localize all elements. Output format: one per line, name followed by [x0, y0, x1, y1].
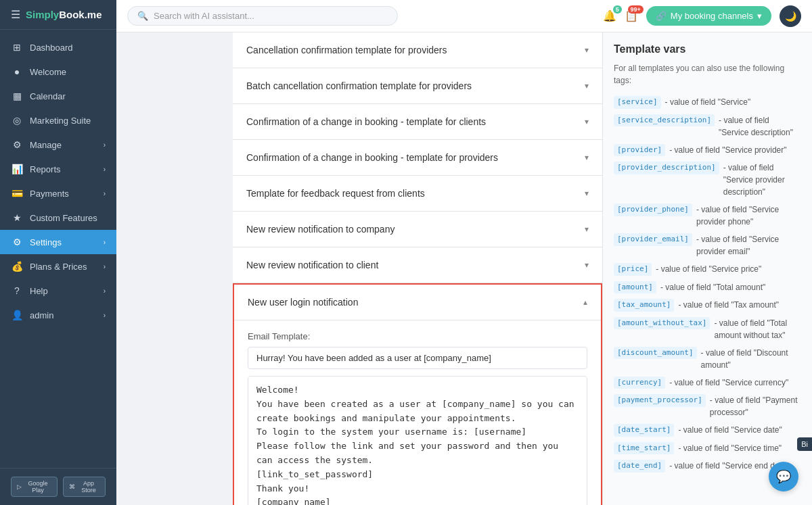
var-tag: [tax_amount]	[614, 299, 674, 312]
calendar-icon: ▦	[11, 91, 23, 101]
var-tag: [provider_phone]	[614, 203, 692, 216]
vars-container: [service] - value of field "Service" [se…	[614, 96, 801, 473]
chevron-right-icon: ›	[104, 166, 106, 173]
help-icon: ?	[11, 285, 23, 296]
sidebar-item-help[interactable]: ? Help ›	[0, 279, 116, 303]
sidebar-item-admin[interactable]: 👤 admin ›	[0, 303, 116, 327]
sidebar-item-marketing[interactable]: ◎ Marketing Suite	[0, 108, 116, 133]
var-tag: [discount_amount]	[614, 347, 697, 360]
chevron-down-icon: ▾	[585, 153, 589, 162]
var-desc: - value of field "Service provider"	[669, 144, 786, 156]
accordion-item-new-review-client: New review notification to client ▾	[233, 247, 602, 283]
sidebar-item-label: Payments	[30, 189, 69, 199]
var-desc: - value of field "Service time"	[678, 442, 782, 454]
chevron-right-icon: ›	[104, 141, 106, 149]
chevron-down-icon: ▾	[585, 117, 589, 126]
sidebar-item-plans-prices[interactable]: 💰 Plans & Prices ›	[0, 254, 116, 279]
accordion-label: Confirmation of a change in booking - te…	[246, 152, 498, 163]
accordion-item-new-review-company: New review notification to company ▾	[233, 212, 602, 247]
accordion-label: Batch cancellation confirmation template…	[246, 80, 472, 91]
search-icon: 🔍	[137, 11, 148, 21]
sidebar-item-label: Manage	[30, 140, 62, 150]
accordion-item-change-providers: Confirmation of a change in booking - te…	[233, 140, 602, 176]
menu-icon[interactable]: ☰	[11, 8, 20, 21]
accordion-header-change-providers[interactable]: Confirmation of a change in booking - te…	[233, 140, 602, 175]
bi-tab[interactable]: Bi	[797, 437, 812, 451]
sidebar-item-payments[interactable]: 💳 Payments ›	[0, 181, 116, 206]
accordion-header-change-clients[interactable]: Confirmation of a change in booking - te…	[233, 104, 602, 139]
template-var-row: [amount_without_tax] - value of field "T…	[614, 317, 801, 341]
var-tag: [service_description]	[614, 114, 715, 127]
accordion-item-new-user-login: New user login notification ▴ Email Temp…	[233, 283, 602, 505]
notification-badge: 5	[613, 5, 622, 14]
main-content: Cancellation confirmation template for p…	[233, 32, 812, 505]
var-desc: - value of field "Total amount"	[660, 281, 765, 293]
accordion-header-feedback-clients[interactable]: Template for feedback request from clien…	[233, 176, 602, 211]
dashboard-icon: ⊞	[11, 42, 23, 53]
sidebar-item-custom-features[interactable]: ★ Custom Features	[0, 206, 116, 230]
sidebar-item-reports[interactable]: 📊 Reports ›	[0, 157, 116, 181]
accordion-label: New user login notification	[248, 297, 358, 308]
accordion-label: New review notification to client	[246, 260, 378, 270]
accordion-label: Cancellation confirmation template for p…	[246, 45, 447, 55]
template-vars-panel: Template vars For all templates you can …	[602, 32, 812, 505]
var-tag: [date_end]	[614, 460, 665, 473]
template-var-row: [service_description] - value of field "…	[614, 114, 801, 139]
sidebar-item-label: Marketing Suite	[30, 116, 91, 126]
content-area: Cancellation confirmation template for p…	[233, 32, 602, 505]
plans-icon: 💰	[11, 261, 23, 272]
reports-icon: 📊	[11, 164, 23, 174]
chevron-down-icon: ▾	[585, 224, 589, 234]
email-subject-input[interactable]	[248, 347, 587, 369]
email-body-textarea[interactable]	[248, 376, 587, 505]
google-play-button[interactable]: ▷ Google Play	[11, 477, 58, 497]
welcome-icon: ●	[11, 66, 23, 77]
var-tag: [date_start]	[614, 424, 674, 437]
accordion-header-new-user-login[interactable]: New user login notification ▴	[234, 285, 601, 320]
var-desc: - value of field "Tax amount"	[678, 299, 779, 311]
accordion-header-batch-cancellation[interactable]: Batch cancellation confirmation template…	[233, 68, 602, 103]
var-desc: - value of field "Service price"	[656, 263, 761, 275]
accordion-header-new-review-client[interactable]: New review notification to client ▾	[233, 247, 602, 283]
accordion-item-batch-cancellation: Batch cancellation confirmation template…	[233, 68, 602, 104]
app-store-button[interactable]: ⌘ App Store	[63, 477, 106, 497]
sidebar-item-manage[interactable]: ⚙ Manage ›	[0, 133, 116, 157]
app-store-icon: ⌘	[69, 483, 75, 490]
sidebar-item-label: Help	[30, 286, 48, 296]
var-desc: - value of field "Service description"	[719, 114, 801, 139]
sidebar: ☰ SimplyBook.me ⊞ Dashboard ● Welcome ▦ …	[0, 0, 116, 505]
template-var-row: [discount_amount] - value of field "Disc…	[614, 347, 801, 371]
sidebar-item-label: Plans & Prices	[30, 262, 87, 272]
template-var-row: [amount] - value of field "Total amount"	[614, 281, 801, 294]
var-desc: - value of field "Service provider email…	[696, 233, 801, 258]
sidebar-item-label: Welcome	[30, 67, 66, 77]
manage-icon: ⚙	[11, 139, 23, 150]
booking-channels-button[interactable]: 🔗 My booking channels ▾	[646, 6, 771, 26]
topbar: 🔍 Search with AI assistant... 🔔 5 📋 99+ …	[116, 0, 812, 32]
task-button[interactable]: 📋 99+	[625, 9, 638, 22]
template-var-row: [payment_processor] - value of field "Pa…	[614, 394, 801, 418]
chevron-down-icon: ▾	[757, 11, 762, 21]
accordion-header-cancellation-providers[interactable]: Cancellation confirmation template for p…	[233, 32, 602, 68]
var-desc: - value of field "Service provider phone…	[696, 203, 801, 228]
payments-icon: 💳	[11, 188, 23, 199]
google-play-icon: ▷	[17, 483, 22, 490]
template-var-row: [price] - value of field "Service price"	[614, 263, 801, 276]
notification-button[interactable]: 🔔 5	[603, 9, 616, 22]
sidebar-item-dashboard[interactable]: ⊞ Dashboard	[0, 35, 116, 59]
accordion-label: New review notification to company	[246, 224, 394, 235]
var-desc: - value of field "Discount amount"	[701, 347, 801, 371]
sidebar-nav: ⊞ Dashboard ● Welcome ▦ Calendar ◎ Marke…	[0, 30, 116, 468]
accordion-header-new-review-company[interactable]: New review notification to company ▾	[233, 212, 602, 247]
sidebar-item-label: Settings	[30, 237, 62, 247]
night-mode-button[interactable]: 🌙	[780, 5, 801, 27]
sidebar-item-calendar[interactable]: ▦ Calendar	[0, 84, 116, 108]
var-tag: [price]	[614, 263, 652, 276]
search-bar[interactable]: 🔍 Search with AI assistant...	[127, 6, 398, 26]
sidebar-item-settings[interactable]: ⚙ Settings ›	[0, 230, 116, 254]
settings-icon: ⚙	[11, 237, 23, 247]
sidebar-item-welcome[interactable]: ● Welcome	[0, 59, 116, 84]
chat-button[interactable]: 💬	[769, 462, 798, 491]
var-tag: [amount]	[614, 281, 656, 294]
accordion-item-change-clients: Confirmation of a change in booking - te…	[233, 104, 602, 140]
